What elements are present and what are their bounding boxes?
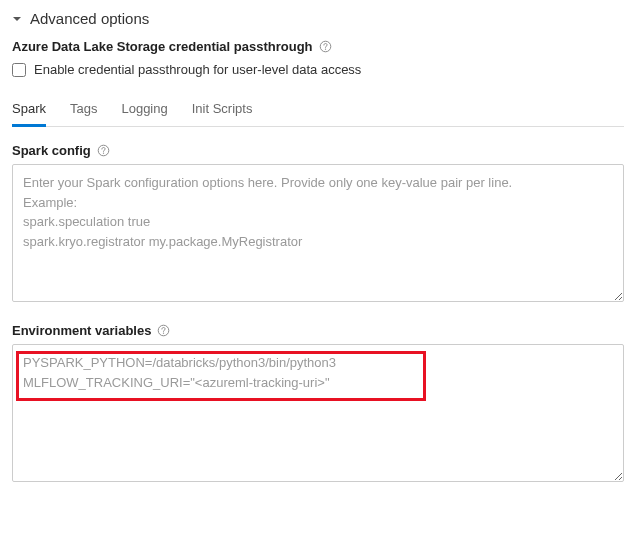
svg-point-5	[163, 333, 164, 334]
help-icon[interactable]	[157, 324, 170, 337]
svg-point-3	[103, 153, 104, 154]
passthrough-checkbox-row[interactable]: Enable credential passthrough for user-l…	[12, 62, 624, 77]
env-vars-wrapper	[12, 344, 624, 485]
help-icon[interactable]	[319, 40, 332, 53]
spark-config-label: Spark config	[12, 143, 91, 158]
passthrough-title: Azure Data Lake Storage credential passt…	[12, 39, 313, 54]
tab-init-scripts[interactable]: Init Scripts	[192, 95, 253, 126]
svg-point-1	[324, 49, 325, 50]
help-icon[interactable]	[97, 144, 110, 157]
env-vars-label-row: Environment variables	[12, 323, 624, 338]
env-vars-textarea[interactable]	[12, 344, 624, 482]
chevron-down-icon	[12, 14, 22, 24]
spark-config-label-row: Spark config	[12, 143, 624, 158]
tabs: Spark Tags Logging Init Scripts	[12, 95, 624, 127]
env-vars-label: Environment variables	[12, 323, 151, 338]
passthrough-checkbox-label: Enable credential passthrough for user-l…	[34, 62, 361, 77]
section-header[interactable]: Advanced options	[12, 10, 624, 27]
passthrough-checkbox[interactable]	[12, 63, 26, 77]
section-title: Advanced options	[30, 10, 149, 27]
tab-tags[interactable]: Tags	[70, 95, 97, 126]
spark-config-textarea[interactable]	[12, 164, 624, 302]
tab-spark[interactable]: Spark	[12, 95, 46, 126]
passthrough-heading: Azure Data Lake Storage credential passt…	[12, 39, 624, 54]
tab-logging[interactable]: Logging	[121, 95, 167, 126]
